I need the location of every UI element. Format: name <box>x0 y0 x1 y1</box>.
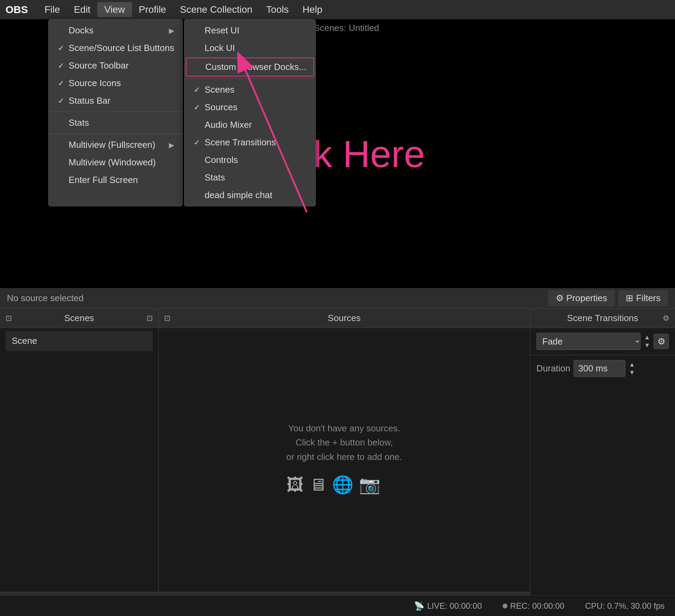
label-scene-transitions: Scene Transitions <box>204 137 307 148</box>
transition-select[interactable]: Fade <box>536 333 641 350</box>
sources-expand-icon-left[interactable]: ⊡ <box>164 314 170 323</box>
menu-item-source-toolbar[interactable]: ✓ Source Toolbar <box>49 57 182 74</box>
properties-label: Properties <box>566 293 607 304</box>
label-stats: Stats <box>69 117 174 128</box>
properties-tab[interactable]: ⚙ Properties <box>548 290 615 306</box>
check-source-icons: ✓ <box>57 79 65 88</box>
docks-submenu: Reset UI Lock UI Custom Browser Docks...… <box>184 19 315 206</box>
arrow-docks: ▶ <box>169 27 174 35</box>
menu-view[interactable]: View <box>97 2 132 17</box>
scenes-content: Scene <box>0 328 158 592</box>
menu-item-source-icons[interactable]: ✓ Source Icons <box>49 74 182 92</box>
sources-empty-line1: You don't have any sources. <box>286 421 402 436</box>
sources-empty-line3: or right click here to add one. <box>286 450 402 464</box>
submenu-audio-mixer[interactable]: Audio Mixer <box>184 116 315 134</box>
menu-tools[interactable]: Tools <box>259 2 295 17</box>
transitions-panel: Scene Transitions ⚙ Fade ▲ ▼ ⚙ Duration … <box>530 309 675 616</box>
filter-icon: ⊞ <box>626 293 633 304</box>
browser-source-icon: 🌐 <box>332 471 353 499</box>
no-source-label: No source selected <box>7 293 545 304</box>
duration-spinner[interactable]: ▲ ▼ <box>629 361 635 376</box>
sources-empty-line2: Click the + button below, <box>286 435 402 450</box>
menu-profile[interactable]: Profile <box>132 2 173 17</box>
separator-2 <box>49 134 182 134</box>
spinner-up[interactable]: ▲ <box>644 334 650 341</box>
submenu-reset-ui[interactable]: Reset UI <box>184 22 315 39</box>
sources-empty: You don't have any sources. Click the + … <box>286 421 402 499</box>
scene-item[interactable]: Scene <box>6 331 153 351</box>
rec-dot <box>503 604 507 608</box>
submenu-dead-simple-chat[interactable]: dead simple chat <box>184 186 315 204</box>
label-scenes: Scenes <box>204 84 307 95</box>
image-source-icon: 🖼 <box>286 471 304 499</box>
rec-status: REC: 00:00:00 <box>503 601 564 611</box>
menubar: OBS File Edit View Profile Scene Collect… <box>0 0 675 19</box>
menu-item-multiview-windowed[interactable]: Multiview (Windowed) <box>49 154 182 171</box>
cpu-text: CPU: 0.7%, 30.00 fps <box>585 601 665 611</box>
final-status-bar: 📡 LIVE: 00:00:00 REC: 00:00:00 CPU: 0.7%… <box>0 595 675 616</box>
transitions-settings-icon[interactable]: ⚙ <box>663 314 669 323</box>
spinner-down[interactable]: ▼ <box>644 342 650 349</box>
label-reset-ui: Reset UI <box>204 25 307 36</box>
scenes-header: ⊡ Scenes ⊡ <box>0 309 158 328</box>
submenu-stats-dock[interactable]: Stats <box>184 169 315 186</box>
menu-file[interactable]: File <box>38 2 67 17</box>
duration-spinner-up[interactable]: ▲ <box>629 361 635 368</box>
gear-icon: ⚙ <box>556 293 564 304</box>
sources-header: ⊡ Sources <box>159 309 530 328</box>
check-source-toolbar: ✓ <box>57 61 65 70</box>
submenu-sources[interactable]: ✓ Sources <box>184 99 315 116</box>
dropdown-container: Docks ▶ ✓ Scene/Source List Buttons ✓ So… <box>48 19 316 206</box>
label-status-bar: Status Bar <box>69 95 174 106</box>
duration-input[interactable] <box>574 360 625 377</box>
menu-item-multiview-fullscreen[interactable]: Multiview (Fullscreen) ▶ <box>49 136 182 154</box>
check-sources: ✓ <box>193 103 201 112</box>
broadcast-icon: 📡 <box>414 601 424 611</box>
menu-item-docks[interactable]: Docks ▶ <box>49 22 182 39</box>
menu-scene-collection[interactable]: Scene Collection <box>173 2 259 17</box>
live-status: 📡 LIVE: 00:00:00 <box>414 601 482 611</box>
label-source-toolbar: Source Toolbar <box>69 60 174 71</box>
scenes-title: Scenes <box>64 313 94 324</box>
transitions-title: Scene Transitions <box>567 313 638 324</box>
submenu-scenes[interactable]: ✓ Scenes <box>184 81 315 99</box>
label-stats-dock: Stats <box>204 172 307 183</box>
label-audio-mixer: Audio Mixer <box>204 120 307 130</box>
submenu-sep-1 <box>184 79 315 79</box>
app-logo: OBS <box>6 4 28 16</box>
sources-content: You don't have any sources. Click the + … <box>159 328 530 592</box>
label-sources: Sources <box>204 102 307 113</box>
transitions-settings-btn[interactable]: ⚙ <box>654 334 669 349</box>
scenes-expand-icon[interactable]: ⊡ <box>147 314 153 323</box>
label-multiview-w: Multiview (Windowed) <box>69 157 174 168</box>
sources-panel: ⊡ Sources You don't have any sources. Cl… <box>159 309 530 616</box>
label-dsc: dead simple chat <box>204 190 307 201</box>
menu-help[interactable]: Help <box>295 2 329 17</box>
submenu-scene-transitions[interactable]: ✓ Scene Transitions <box>184 134 315 151</box>
transition-duration-row: Duration ▲ ▼ <box>530 355 675 382</box>
label-scene-source: Scene/Source List Buttons <box>69 43 174 53</box>
menu-item-fullscreen[interactable]: Enter Full Screen <box>49 171 182 189</box>
submenu-custom-browser[interactable]: Custom Browser Docks... <box>186 58 314 76</box>
transition-spinner[interactable]: ▲ ▼ <box>644 334 650 349</box>
menu-edit[interactable]: Edit <box>67 2 97 17</box>
panels-row: ⊡ Scenes ⊡ Scene + − ↑ ↓ ⊡ Sources <box>0 309 675 616</box>
duration-label: Duration <box>536 363 570 374</box>
submenu-lock-ui[interactable]: Lock UI <box>184 39 315 57</box>
label-multiview-fs: Multiview (Fullscreen) <box>69 140 165 150</box>
submenu-controls[interactable]: Controls <box>184 151 315 169</box>
duration-spinner-down[interactable]: ▼ <box>629 369 635 376</box>
label-source-icons: Source Icons <box>69 78 174 89</box>
check-scene-transitions: ✓ <box>193 138 201 147</box>
transitions-header: Scene Transitions ⚙ <box>530 309 675 328</box>
menu-item-stats[interactable]: Stats <box>49 114 182 132</box>
view-dropdown: Docks ▶ ✓ Scene/Source List Buttons ✓ So… <box>48 19 183 206</box>
check-status-bar: ✓ <box>57 96 65 105</box>
menu-item-status-bar[interactable]: ✓ Status Bar <box>49 92 182 110</box>
check-scenes: ✓ <box>193 85 201 94</box>
menu-item-scene-source-list[interactable]: ✓ Scene/Source List Buttons <box>49 39 182 57</box>
scenes-expand-icon-left[interactable]: ⊡ <box>6 314 12 323</box>
cpu-status: CPU: 0.7%, 30.00 fps <box>585 601 665 611</box>
bottom-panel: No source selected ⚙ Properties ⊞ Filter… <box>0 288 675 616</box>
filters-tab[interactable]: ⊞ Filters <box>618 290 668 306</box>
